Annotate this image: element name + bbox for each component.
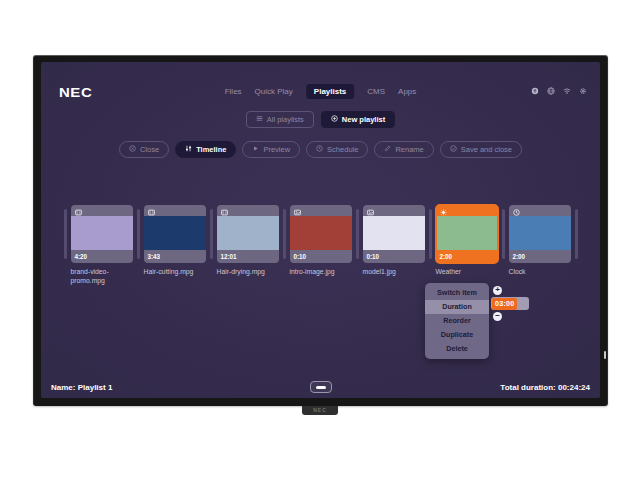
item-card: 3:43 [144, 205, 206, 263]
all-playlists-button[interactable]: All playlists [246, 111, 314, 128]
duration-stepper: + 03:00 − [491, 283, 529, 321]
menu-icon [256, 115, 263, 124]
item-card-header [436, 205, 498, 216]
item-card: 0:10 [290, 205, 352, 263]
nec-bezel-logo: NEC [302, 406, 338, 415]
nec-screen-logo: NEC [59, 85, 92, 100]
total-duration-label: Total duration: 00:24:24 [500, 383, 590, 392]
timeline-item[interactable]: 2:00 Weather [436, 205, 498, 277]
tab-apps[interactable]: Apps [398, 87, 416, 96]
item-thumbnail [509, 216, 571, 250]
main-nav: FilesQuick PlayPlaylistsCMSApps [225, 84, 417, 99]
duration-field[interactable]: 03:00 [491, 297, 529, 310]
rename-button[interactable]: Rename [374, 141, 433, 158]
hide-bar-icon [316, 386, 326, 389]
item-thumbnail [290, 216, 352, 250]
monitor-bezel: NEC FilesQuick PlayPlaylistsCMSApps All … [33, 55, 608, 406]
duration-decrease-button[interactable]: − [493, 312, 502, 321]
item-duration: 4:20 [71, 250, 133, 263]
menu-item-delete[interactable]: Delete [425, 342, 489, 356]
drop-handle[interactable] [283, 209, 286, 259]
item-duration: 2:00 [509, 250, 571, 263]
clock-icon [316, 145, 323, 154]
playlist-actions-row: All playlists New playlist [41, 111, 600, 128]
item-label: Weather [436, 268, 502, 277]
new-playlist-button[interactable]: New playlist [321, 111, 395, 128]
item-card: 12:01 [217, 205, 279, 263]
item-duration: 0:10 [363, 250, 425, 263]
timeline-item[interactable]: 0:10 intro-image.jpg [290, 205, 352, 277]
drop-handle[interactable] [356, 209, 359, 259]
check-circle-icon [450, 145, 457, 154]
tab-files[interactable]: Files [225, 87, 242, 96]
duration-increase-button[interactable]: + [493, 286, 502, 295]
item-card-header [217, 205, 279, 216]
drop-handle[interactable] [64, 209, 67, 259]
timeline-item[interactable]: 12:01 Hair-drying.mpg [217, 205, 279, 277]
tab-cms[interactable]: CMS [367, 87, 385, 96]
item-card-header [290, 205, 352, 216]
item-thumbnail [144, 216, 206, 250]
item-thumbnail [217, 216, 279, 250]
item-label: brand-video-promo.mpg [71, 268, 137, 286]
item-card-header [363, 205, 425, 216]
drop-handle[interactable] [137, 209, 140, 259]
new-playlist-label: New playlist [342, 115, 385, 124]
item-duration: 2:00 [436, 250, 498, 263]
playlist-toolbar: Close Timeline Preview Schedule Rename S… [41, 141, 600, 158]
timeline-item[interactable]: 4:20 brand-video-promo.mpg [71, 205, 133, 286]
all-playlists-label: All playlists [267, 115, 304, 124]
drop-handle[interactable] [575, 209, 578, 259]
tab-playlists[interactable]: Playlists [306, 84, 354, 99]
menu-item-switch-item[interactable]: Switch item [425, 286, 489, 300]
item-thumbnail [363, 216, 425, 250]
schedule-button[interactable]: Schedule [306, 141, 368, 158]
globe-icon[interactable] [547, 87, 555, 95]
item-card-header [71, 205, 133, 216]
power-led [604, 351, 606, 359]
screen: NEC FilesQuick PlayPlaylistsCMSApps All … [41, 62, 600, 398]
item-thumbnail [436, 216, 498, 250]
drop-handle[interactable] [429, 209, 432, 259]
item-label: Hair-cutting.mpg [144, 268, 210, 277]
timeline: 4:20 brand-video-promo.mpg 3:43 Hair-cut… [41, 205, 600, 286]
item-label: intro-image.jpg [290, 268, 356, 277]
menu-item-reorder[interactable]: Reorder [425, 314, 489, 328]
item-duration: 12:01 [217, 250, 279, 263]
timeline-button[interactable]: Timeline [175, 141, 236, 158]
menu-item-duplicate[interactable]: Duplicate [425, 328, 489, 342]
item-context-menu: Switch itemDurationReorderDuplicateDelet… [425, 283, 529, 359]
item-label: Hair-drying.mpg [217, 268, 283, 277]
item-card: 0:10 [363, 205, 425, 263]
item-thumbnail [71, 216, 133, 250]
header-status-icons [531, 87, 587, 95]
item-label: model1.jpg [363, 268, 429, 277]
settings-gear-icon[interactable] [579, 87, 587, 95]
wifi-icon[interactable] [563, 87, 571, 95]
drop-handle[interactable] [210, 209, 213, 259]
drop-handle[interactable] [502, 209, 505, 259]
hide-panel-button[interactable] [310, 381, 332, 393]
save-and-close-button[interactable]: Save and close [440, 141, 522, 158]
item-label: Clock [509, 268, 575, 277]
plus-circle-icon [331, 115, 338, 124]
close-button[interactable]: Close [119, 141, 169, 158]
close-circle-icon [129, 145, 136, 154]
item-card-header [509, 205, 571, 216]
timeline-item[interactable]: 2:00 Clock [509, 205, 571, 277]
update-icon[interactable] [531, 87, 539, 95]
duration-value: 03:00 [492, 298, 517, 310]
timeline-item[interactable]: 0:10 model1.jpg [363, 205, 425, 277]
timeline-item[interactable]: 3:43 Hair-cutting.mpg [144, 205, 206, 277]
menu-item-duration[interactable]: Duration [425, 300, 489, 314]
pencil-icon [384, 145, 391, 154]
item-card-header [144, 205, 206, 216]
item-duration: 3:43 [144, 250, 206, 263]
item-card: 2:00 [436, 205, 498, 263]
item-card: 2:00 [509, 205, 571, 263]
item-card: 4:20 [71, 205, 133, 263]
tab-quick-play[interactable]: Quick Play [255, 87, 293, 96]
item-duration: 0:10 [290, 250, 352, 263]
play-icon [252, 145, 259, 154]
preview-button[interactable]: Preview [242, 141, 300, 158]
